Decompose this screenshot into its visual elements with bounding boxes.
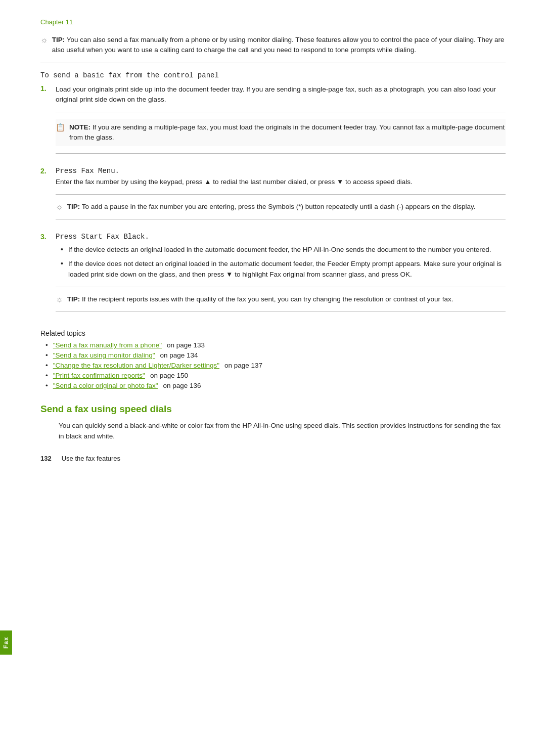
tip-box-2: ☼ TIP: To add a pause in the fax number … [56,202,506,212]
related-link-3-page: on page 137 [224,362,262,369]
rule-step2-end [56,219,506,219]
related-link-4[interactable]: "Print fax confirmation reports" on page… [46,372,506,379]
related-topics: Related topics "Send a fax manually from… [40,329,506,389]
steps-list: Load your originals print side up into t… [40,84,506,320]
note-label-1: NOTE: [69,123,90,131]
step-3-content: Press Start Fax Black. If the device det… [56,233,506,319]
related-link-3[interactable]: "Change the fax resolution and Lighter/D… [46,362,506,369]
related-link-5-page: on page 136 [163,382,201,389]
related-link-2[interactable]: "Send a fax using monitor dialing" on pa… [46,351,506,359]
bullet-3-2: If the device does not detect an origina… [61,259,506,280]
related-link-1-page: on page 133 [167,341,205,349]
related-link-5[interactable]: "Send a color original or photo fax" on … [46,382,506,389]
tip-icon-3: ☼ [56,295,63,304]
tip-label-2: TIP: [67,203,80,210]
footer: 132 Use the fax features [40,455,506,462]
step-2-title: Press Fax Menu. [56,167,506,175]
related-link-2-page: on page 134 [160,351,198,359]
related-link-4-anchor[interactable]: "Print fax confirmation reports" [53,372,145,379]
note-body-1: If you are sending a multiple-page fax, … [69,123,505,141]
step-3-title: Press Start Fax Black. [56,233,506,241]
rule-step1-end [56,153,506,154]
chapter-label: Chapter 11 [40,18,506,26]
related-topics-title: Related topics [40,329,506,337]
rule-step1-note [56,112,506,112]
section-title: Send a fax using speed dials [40,404,506,415]
rule-step2-tip [56,194,506,195]
tip-text-3: TIP: If the recipient reports issues wit… [67,294,453,304]
tip-icon-2: ☼ [56,202,63,211]
rule-1 [40,63,506,63]
step-2: Press Fax Menu. Enter the fax number by … [40,167,506,227]
step-2-body: Enter the fax number by using the keypad… [56,177,506,187]
tip-text-2: TIP: To add a pause in the fax number yo… [67,202,476,212]
related-link-5-anchor[interactable]: "Send a color original or photo fax" [53,382,158,389]
bullet-3-2-text: If the device does not detect an origina… [68,259,506,280]
related-link-1-anchor[interactable]: "Send a fax manually from a phone" [53,341,162,349]
tip-body-2: To add a pause in the fax number you are… [82,203,476,210]
section-intro: You can quickly send a black-and-white o… [59,421,506,442]
step-3: Press Start Fax Black. If the device det… [40,233,506,319]
note-box-1: 📋 NOTE: If you are sending a multiple-pa… [56,119,506,146]
tip-icon-1: ☼ [40,35,48,45]
rule-step3-end [56,312,506,312]
tip-box-1: ☼ TIP: You can also send a fax manually … [40,35,506,56]
note-icon-1: 📋 [56,123,65,132]
step-1: Load your originals print side up into t… [40,84,506,161]
tip-box-3: ☼ TIP: If the recipient reports issues w… [56,294,506,304]
footer-page-number: 132 [40,455,52,462]
tip-text-1: TIP: You can also send a fax manually fr… [52,35,506,56]
tip-body-1: You can also send a fax manually from a … [52,36,505,54]
step-2-content: Press Fax Menu. Enter the fax number by … [56,167,506,227]
related-topics-list: "Send a fax manually from a phone" on pa… [46,341,506,389]
tip-label-1: TIP: [52,36,65,43]
note-text-1: NOTE: If you are sending a multiple-page… [69,122,506,143]
bullet-3-1-text: If the device detects an original loaded… [68,245,491,255]
related-link-4-page: on page 150 [150,372,188,379]
related-link-1[interactable]: "Send a fax manually from a phone" on pa… [46,341,506,349]
rule-step3-tip [56,287,506,287]
step-3-bullets: If the device detects an original loaded… [61,245,506,280]
tip-label-3: TIP: [67,295,80,303]
step-1-body: Load your originals print side up into t… [56,84,506,105]
related-link-2-anchor[interactable]: "Send a fax using monitor dialing" [53,351,155,359]
tip-body-3: If the recipient reports issues with the… [82,295,453,303]
footer-text: Use the fax features [62,455,120,462]
related-link-3-anchor[interactable]: "Change the fax resolution and Lighter/D… [53,362,219,369]
bullet-3-1: If the device detects an original loaded… [61,245,506,255]
step-1-content: Load your originals print side up into t… [56,84,506,161]
side-tab: Fax [0,631,12,655]
section-heading: To send a basic fax from the control pan… [40,71,506,79]
